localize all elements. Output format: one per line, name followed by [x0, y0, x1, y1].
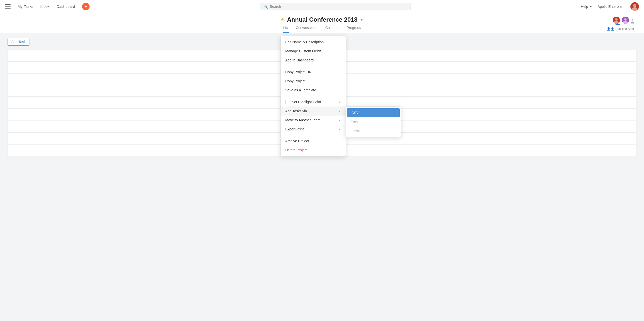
context-menu: Edit Name & Description… Manage Custom F… [280, 36, 346, 156]
export-print-chevron-icon: ► [338, 127, 341, 131]
public-label: 👤👤 Public to Staff [607, 27, 634, 31]
menu-item-delete[interactable]: Delete Project [281, 146, 346, 155]
submenu-item-email-label: Email [350, 120, 359, 124]
member-avatar-1[interactable] [613, 17, 620, 24]
org-name-label: Apollo Enterpris... [598, 5, 626, 9]
menu-item-archive-label: Archive Project [285, 139, 309, 143]
search-wrapper: 🔍 [260, 3, 411, 10]
menu-item-delete-label: Delete Project [285, 148, 307, 152]
dashboard-link[interactable]: Dashboard [57, 4, 75, 9]
menu-divider-3 [281, 135, 346, 135]
header-avatars: + [613, 17, 634, 24]
menu-divider-2 [281, 96, 346, 96]
svg-point-4 [615, 18, 618, 21]
menu-item-export-print-label: Export/Print [285, 127, 304, 131]
menu-item-export-print[interactable]: Export/Print ► [281, 125, 346, 134]
add-member-icon[interactable]: + [631, 17, 634, 23]
tab-conversations[interactable]: Conversations [296, 26, 318, 33]
move-team-chevron-icon: ► [338, 118, 341, 122]
public-icon: 👤👤 [607, 27, 614, 31]
tab-progress[interactable]: Progress [347, 26, 361, 33]
add-task-label: Add Task [11, 40, 26, 44]
menu-item-edit-name-label: Edit Name & Description… [285, 40, 327, 44]
add-tasks-via-chevron-icon: ► [338, 109, 341, 113]
search-input[interactable] [270, 5, 407, 9]
project-title-chevron-icon[interactable]: ▼ [360, 18, 364, 22]
menu-item-manage-fields[interactable]: Manage Custom Fields… [281, 47, 346, 56]
submenu-add-tasks-via: CSV Email Forms [346, 106, 401, 137]
top-navigation: My Tasks Inbox Dashboard + 🔍 Help ▼ Apol… [0, 0, 644, 13]
add-new-button[interactable]: + [82, 3, 90, 10]
public-text: Public to Staff [615, 27, 634, 31]
svg-point-1 [633, 4, 636, 7]
menu-item-add-tasks-via[interactable]: Add Tasks via ► CSV Email Forms [281, 106, 346, 116]
submenu-item-forms-label: Forms [350, 129, 360, 133]
inbox-link[interactable]: Inbox [40, 4, 50, 9]
star-icon[interactable]: ★ [280, 17, 285, 22]
help-button[interactable]: Help ▼ [581, 5, 593, 9]
menu-item-save-template-label: Save as a Template [285, 88, 316, 92]
member-avatar-2[interactable] [622, 17, 629, 24]
my-tasks-link[interactable]: My Tasks [18, 4, 33, 9]
project-title: Annual Conference 2018 [287, 16, 357, 23]
svg-point-7 [624, 18, 627, 21]
nav-left: My Tasks Inbox Dashboard + [5, 3, 90, 10]
nav-right: Help ▼ Apollo Enterpris... [581, 2, 639, 11]
menu-item-edit-name[interactable]: Edit Name & Description… [281, 38, 346, 47]
menu-item-set-highlight-label: Set Highlight Color [292, 100, 321, 104]
search-bar: 🔍 [90, 3, 581, 10]
menu-item-move-team[interactable]: Move to Another Team ► [281, 116, 346, 125]
submenu-item-forms[interactable]: Forms [346, 126, 401, 135]
help-chevron-icon: ▼ [589, 5, 593, 9]
menu-item-add-dashboard-label: Add to Dashboard [285, 58, 314, 62]
hamburger-menu-icon[interactable] [5, 4, 11, 9]
set-highlight-chevron-icon: ► [338, 100, 341, 104]
menu-item-copy-project-label: Copy Project… [285, 79, 309, 83]
menu-item-add-dashboard[interactable]: Add to Dashboard [281, 56, 346, 65]
menu-item-copy-url-label: Copy Project URL [285, 70, 313, 74]
tab-calendar[interactable]: Calendar [325, 26, 340, 33]
menu-item-manage-fields-label: Manage Custom Fields… [285, 49, 325, 53]
project-tabs: List Conversations Calendar Progress [278, 26, 366, 33]
submenu-item-email[interactable]: Email [346, 117, 401, 126]
menu-item-add-tasks-via-label: Add Tasks via [285, 109, 307, 113]
menu-divider-1 [281, 66, 346, 66]
highlight-color-checkbox[interactable] [285, 100, 289, 104]
project-title-row: + ★ Annual Conference 2018 ▼ [280, 16, 364, 23]
user-avatar[interactable] [630, 2, 639, 11]
menu-item-set-highlight[interactable]: Set Highlight Color ► [281, 97, 346, 106]
menu-item-archive[interactable]: Archive Project [281, 136, 346, 146]
menu-item-set-highlight-left: Set Highlight Color [285, 100, 321, 104]
tab-list[interactable]: List [283, 26, 289, 33]
menu-item-move-team-label: Move to Another Team [285, 118, 320, 122]
project-header: 👤 + ☰ + ★ Annua [0, 13, 644, 33]
submenu-item-csv-label: CSV [351, 111, 359, 115]
add-task-button[interactable]: Add Task [8, 38, 29, 46]
menu-item-copy-url[interactable]: Copy Project URL [281, 67, 346, 77]
menu-item-copy-project[interactable]: Copy Project… [281, 77, 346, 86]
submenu-item-csv[interactable]: CSV [347, 108, 400, 117]
search-icon: 🔍 [264, 5, 268, 9]
menu-item-save-template[interactable]: Save as a Template [281, 86, 346, 95]
help-label: Help [581, 5, 588, 9]
